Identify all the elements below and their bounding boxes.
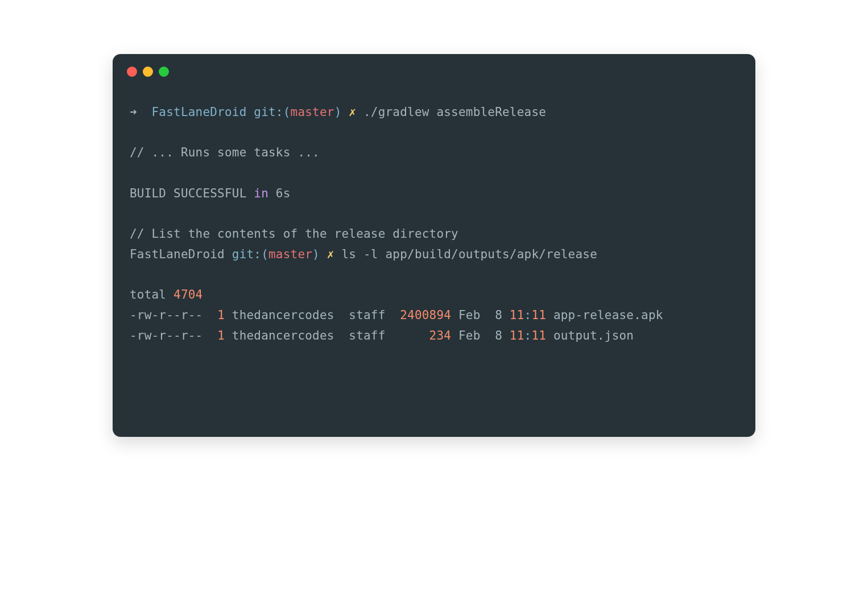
close-icon[interactable]: [127, 67, 137, 77]
terminal-output: ➜ FastLaneDroid git:(master) ✗ ./gradlew…: [113, 77, 755, 437]
ls-hour: 11: [510, 308, 524, 322]
git-label: git:(: [232, 247, 268, 261]
maximize-icon[interactable]: [159, 67, 169, 77]
comment-line: // List the contents of the release dire…: [130, 227, 458, 241]
minimize-icon[interactable]: [143, 67, 153, 77]
git-dirty-icon: ✗: [327, 247, 334, 261]
ls-date: Feb 8: [451, 329, 510, 342]
ls-hour: 11: [510, 329, 524, 342]
git-close: ): [312, 247, 327, 261]
git-close: ): [334, 105, 349, 119]
build-duration: 6s: [268, 187, 291, 200]
prompt-arrow-icon: ➜: [130, 105, 152, 119]
ls-colon: :: [524, 308, 532, 322]
ls-filename: output.json: [546, 329, 634, 342]
ls-filename: app-release.apk: [546, 308, 663, 322]
ls-total-value: 4704: [173, 288, 202, 301]
prompt-cwd: FastLaneDroid: [152, 105, 254, 119]
ls-owner-group: thedancercodes staff: [225, 329, 429, 342]
build-status: BUILD SUCCESSFUL: [130, 187, 254, 200]
window-title-bar: [113, 54, 755, 77]
terminal-window: ➜ FastLaneDroid git:(master) ✗ ./gradlew…: [113, 54, 755, 437]
command-text: ls -l app/build/outputs/apk/release: [334, 247, 597, 261]
git-dirty-icon: ✗: [349, 105, 356, 119]
git-label: git:(: [254, 105, 290, 119]
git-branch: master: [291, 105, 334, 119]
ls-date: Feb 8: [451, 308, 510, 322]
git-branch: master: [268, 247, 312, 261]
command-text: ./gradlew assembleRelease: [356, 105, 546, 119]
ls-links: 1: [217, 308, 225, 322]
ls-owner-group: thedancercodes staff: [225, 308, 400, 322]
ls-minute: 11: [531, 308, 546, 322]
build-in-keyword: in: [254, 187, 268, 200]
comment-line: // ... Runs some tasks ...: [130, 146, 320, 159]
ls-perms: -rw-r--r--: [130, 329, 217, 342]
ls-minute: 11: [531, 329, 546, 342]
ls-colon: :: [524, 329, 532, 342]
ls-size: 2400894: [400, 308, 451, 322]
prompt-cwd: FastLaneDroid: [130, 247, 232, 261]
ls-perms: -rw-r--r--: [130, 308, 217, 322]
ls-links: 1: [217, 329, 225, 342]
ls-size: 234: [429, 329, 452, 342]
ls-total-label: total: [130, 288, 173, 301]
